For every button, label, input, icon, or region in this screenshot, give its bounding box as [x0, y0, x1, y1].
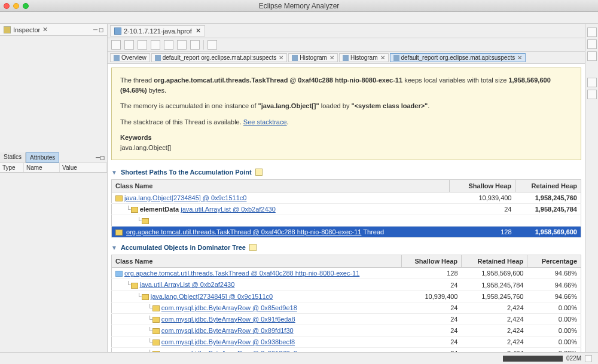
- report-tab[interactable]: Overview: [110, 53, 150, 62]
- object-link[interactable]: com.mysql.jdbc.ByteArrayRow @ 0x991072e0: [161, 350, 297, 352]
- object-link[interactable]: com.mysql.jdbc.ByteArrayRow @ 0x938becf8: [161, 338, 295, 345]
- class-icon: [152, 328, 160, 334]
- object-link[interactable]: com.mysql.jdbc.ByteArrayRow @ 0x89fd1f30: [161, 327, 294, 334]
- table-row[interactable]: org.apache.tomcat.util.threads.TaskThrea…: [112, 268, 581, 279]
- close-icon[interactable]: ✕: [329, 54, 334, 61]
- maximize-icon[interactable]: ◻: [99, 26, 103, 33]
- report-tab[interactable]: Histogram✕: [339, 53, 389, 62]
- report-tabs: Overviewdefault_report org.eclipse.mat.a…: [108, 52, 585, 64]
- section-shortest-paths[interactable]: ▼ Shortest Paths To the Accumulation Poi…: [111, 169, 581, 176]
- close-icon[interactable]: ✕: [279, 54, 283, 61]
- report-content: The thread org.apache.tomcat.util.thread…: [108, 64, 585, 352]
- editor-area: 2-10.1.7.121-java.hprof ✕ Overviewdefaul…: [108, 24, 585, 352]
- heap-usage-text: 022M: [566, 355, 581, 362]
- histogram-icon[interactable]: [124, 40, 134, 50]
- col-class-name[interactable]: Class Name: [112, 255, 402, 268]
- table-row[interactable]: └com.mysql.jdbc.ByteArrayRow @ 0x91f6eda…: [112, 313, 581, 325]
- class-icon: [152, 339, 160, 345]
- object-link[interactable]: org.apache.tomcat.util.threads.TaskThrea…: [126, 228, 361, 235]
- col-retained-heap[interactable]: Retained Heap: [462, 255, 527, 268]
- col-type[interactable]: Type: [0, 163, 24, 172]
- tab-attributes[interactable]: Attributes: [26, 152, 59, 163]
- maximize-icon[interactable]: ◻: [100, 154, 105, 161]
- object-link[interactable]: java.lang.Object[2734845] @ 0x9c1511c0: [124, 194, 246, 201]
- minimize-icon[interactable]: ─: [96, 154, 100, 161]
- table-row[interactable]: └java.lang.Object[2734845] @ 0x9c1511c01…: [112, 290, 581, 302]
- see-stacktrace-link[interactable]: See stacktrace: [243, 118, 287, 126]
- dominator-icon[interactable]: [138, 40, 147, 50]
- gc-icon[interactable]: [585, 355, 592, 362]
- col-retained-heap[interactable]: Retained Heap: [515, 180, 581, 192]
- editor-tab[interactable]: 2-10.1.7.121-java.hprof ✕: [110, 25, 205, 36]
- object-link[interactable]: java.util.ArrayList @ 0xb2af2430: [140, 281, 235, 288]
- table-row[interactable]: └java.util.ArrayList @ 0xb2af2430241,958…: [112, 279, 581, 290]
- object-link[interactable]: org.apache.tomcat.util.threads.TaskThrea…: [124, 270, 359, 277]
- app-title: Eclipse Memory Analyzer: [0, 2, 598, 10]
- trim-icon[interactable]: [587, 78, 597, 87]
- class-icon: [115, 230, 123, 235]
- inspector-pane: Inspector ✕ ─ ◻ Statics Attributes ─ ◻ T…: [0, 24, 108, 352]
- inspector-icon: [4, 26, 11, 33]
- hprof-file-icon: [114, 27, 121, 35]
- twisty-icon: ▼: [111, 244, 117, 251]
- thread-icon[interactable]: [164, 40, 173, 50]
- col-class-name[interactable]: Class Name: [112, 180, 450, 192]
- col-value[interactable]: Value: [60, 163, 107, 172]
- table-row[interactable]: └elementData java.util.ArrayList @ 0xb2a…: [112, 204, 581, 215]
- section-icon: [249, 244, 257, 251]
- close-icon[interactable]: ✕: [380, 54, 385, 61]
- table-row[interactable]: └com.mysql.jdbc.ByteArrayRow @ 0x991072e…: [112, 348, 581, 352]
- tab-icon: [393, 55, 399, 61]
- col-name[interactable]: Name: [24, 163, 60, 172]
- tab-statics[interactable]: Statics: [0, 152, 26, 163]
- status-bar: 022M: [0, 352, 598, 364]
- trim-icon[interactable]: [587, 90, 597, 99]
- report-tab[interactable]: default_report org.eclipse.mat.api:suspe…: [151, 53, 288, 62]
- editor-tab-label: 2-10.1.7.121-java.hprof: [124, 27, 192, 35]
- tab-icon: [114, 55, 120, 61]
- minimize-icon[interactable]: ─: [93, 26, 97, 33]
- oql-icon[interactable]: [151, 40, 160, 50]
- table-row[interactable]: java.lang.Object[2734845] @ 0x9c1511c010…: [112, 192, 581, 204]
- section-accumulated-objects[interactable]: ▼ Accumulated Objects in Dominator Tree: [111, 244, 581, 251]
- problem-suspect-box: The thread org.apache.tomcat.util.thread…: [111, 68, 581, 160]
- titlebar: Eclipse Memory Analyzer: [0, 0, 598, 12]
- class-icon: [115, 271, 123, 277]
- close-icon[interactable]: ✕: [196, 27, 201, 35]
- run-icon[interactable]: [177, 40, 187, 50]
- inspector-view-tab[interactable]: Inspector ✕ ─ ◻: [0, 24, 107, 36]
- trim-icon[interactable]: [587, 27, 597, 37]
- right-trim: [585, 24, 598, 352]
- table-row[interactable]: org.apache.tomcat.util.threads.TaskThrea…: [112, 227, 581, 238]
- tab-icon: [155, 55, 161, 61]
- report-tab[interactable]: Histogram✕: [288, 53, 338, 62]
- close-icon[interactable]: ✕: [42, 26, 48, 33]
- query-icon[interactable]: [190, 40, 200, 50]
- table-row[interactable]: └: [112, 215, 581, 227]
- object-link[interactable]: java.util.ArrayList @ 0xb2af2430: [181, 206, 276, 213]
- main-toolbar: [0, 12, 598, 24]
- object-link[interactable]: com.mysql.jdbc.ByteArrayRow @ 0x85ed9e18: [161, 304, 297, 311]
- tab-icon: [343, 55, 349, 61]
- report-tab[interactable]: default_report org.eclipse.mat.api:suspe…: [390, 53, 526, 62]
- table-row[interactable]: └com.mysql.jdbc.ByteArrayRow @ 0x85ed9e1…: [112, 302, 581, 313]
- col-percentage[interactable]: Percentage: [527, 255, 581, 268]
- trim-icon[interactable]: [587, 51, 597, 61]
- close-icon[interactable]: ✕: [517, 54, 522, 61]
- info-icon[interactable]: [111, 40, 121, 50]
- trim-icon[interactable]: [587, 39, 597, 49]
- class-icon: [142, 218, 149, 224]
- search-icon[interactable]: [208, 40, 217, 50]
- tab-icon: [292, 55, 298, 61]
- col-shallow-heap[interactable]: Shallow Heap: [450, 180, 515, 192]
- twisty-icon: ▼: [111, 169, 117, 176]
- table-row[interactable]: └com.mysql.jdbc.ByteArrayRow @ 0x938becf…: [112, 336, 581, 347]
- object-link[interactable]: com.mysql.jdbc.ByteArrayRow @ 0x91f6eda8: [161, 316, 295, 323]
- class-icon: [152, 305, 160, 311]
- object-link[interactable]: java.lang.Object[2734845] @ 0x9c1511c0: [151, 293, 273, 300]
- keywords-heading: Keywords: [120, 134, 152, 141]
- col-shallow-heap[interactable]: Shallow Heap: [402, 255, 462, 268]
- class-icon: [152, 351, 160, 352]
- heap-usage-bar: [503, 356, 563, 362]
- table-row[interactable]: └com.mysql.jdbc.ByteArrayRow @ 0x89fd1f3…: [112, 325, 581, 336]
